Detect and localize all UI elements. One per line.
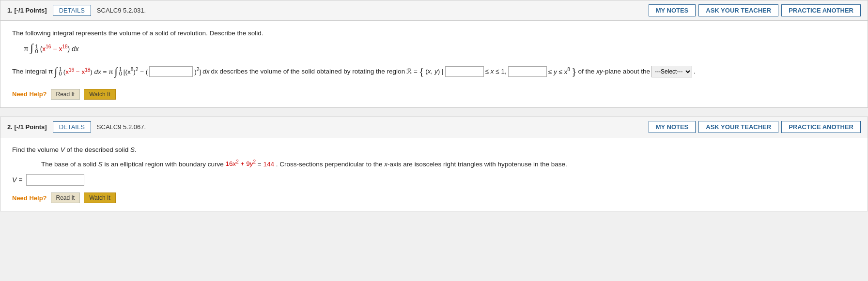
problem-2-details-button[interactable]: DETAILS — [53, 121, 91, 133]
integral-limits-1: 10 — [35, 45, 40, 53]
y-bounds-text: ≤ y ≤ x8 — [548, 65, 570, 78]
limits-2: 10 — [59, 64, 62, 79]
problem-1-actions: MY NOTES ASK YOUR TEACHER PRACTICE ANOTH… — [649, 4, 861, 16]
integral-line: The integral π ∫ 10 (x16 − x18) dx = π ∫… — [12, 61, 856, 82]
integral-symbol-3: ∫ — [115, 66, 118, 77]
equation-part: 16x2 + 9y2 — [225, 160, 256, 167]
problem-2-code: SCALC9 5.2.067. — [97, 123, 146, 131]
integral-text-prefix: The integral π — [12, 65, 53, 78]
watch-it-button-2[interactable]: Watch It — [84, 192, 116, 203]
integral-symbol-1: ∫ — [31, 42, 33, 54]
problem-1-statement: The following integral represents the vo… — [12, 30, 856, 37]
period-1: . — [694, 65, 696, 78]
bracket-close: )2] — [194, 65, 201, 78]
need-help-label-2: Need Help? — [12, 194, 47, 202]
xy-region: (x, y) | — [425, 65, 443, 78]
pi-symbol: π — [24, 45, 29, 53]
ask-teacher-button-2[interactable]: ASK YOUR TEACHER — [698, 121, 778, 133]
problem-2-description: The base of a solid S is an elliptical r… — [41, 159, 856, 168]
dx-label: dx — [202, 65, 209, 78]
problem-1-header: 1. [-/1 Points] DETAILS SCALC9 5.2.031. … — [0, 0, 868, 21]
input-inner-function[interactable] — [149, 66, 193, 77]
x-bounds-text: ≤ x ≤ 1, — [485, 65, 507, 78]
limits-3: 10 — [119, 64, 122, 79]
equation-value: 144 — [263, 160, 274, 167]
problem-2-actions: MY NOTES ASK YOUR TEACHER PRACTICE ANOTH… — [649, 121, 861, 133]
description-rest: . Cross-sections perpendicular to the x-… — [276, 160, 567, 167]
problem-1-section: 1. [-/1 Points] DETAILS SCALC9 5.2.031. … — [0, 0, 868, 108]
region-symbol: ℛ = — [406, 65, 418, 78]
problem-2-statement: Find the volume V of the described solid… — [12, 146, 856, 153]
problem-2-points: 2. [-/1 Points] — [7, 123, 47, 131]
problem-2-need-help: Need Help? Read It Watch It — [12, 192, 856, 203]
problem-2-section: 2. [-/1 Points] DETAILS SCALC9 5.2.067. … — [0, 117, 868, 212]
problem-2-body: Find the volume V of the described solid… — [0, 137, 868, 211]
v-input[interactable] — [26, 174, 84, 186]
practice-another-button-1[interactable]: PRACTICE ANOTHER — [781, 4, 861, 16]
my-notes-button-1[interactable]: MY NOTES — [649, 4, 696, 16]
v-equals-row: V = — [12, 174, 856, 186]
problem-1-need-help: Need Help? Read It Watch It — [12, 89, 856, 100]
problem-1-body: The following integral represents the vo… — [0, 21, 868, 107]
curly-open: { — [419, 61, 424, 82]
v-label: V = — [12, 176, 22, 184]
of-xy-text: of the xy-plane about the — [578, 65, 650, 78]
watch-it-button-1[interactable]: Watch It — [84, 89, 116, 100]
read-it-button-2[interactable]: Read It — [51, 192, 80, 203]
problem-1-points: 1. [-/1 Points] — [7, 7, 47, 14]
problem-1-details-button[interactable]: DETAILS — [53, 5, 91, 16]
read-it-button-1[interactable]: Read It — [51, 89, 80, 100]
integral-symbol-2: ∫ — [54, 66, 57, 77]
describes-text: dx describes the volume of the solid obt… — [211, 65, 405, 78]
equals-sign: = — [258, 160, 264, 167]
input-y-lower[interactable] — [508, 66, 547, 77]
axis-select[interactable]: ---Select--- x-axis y-axis — [651, 66, 692, 77]
curly-close: } — [572, 61, 577, 82]
practice-another-button-2[interactable]: PRACTICE ANOTHER — [781, 121, 861, 133]
integral-display: π ∫ 10 (x16 − x18) dx — [24, 43, 856, 54]
integrand-1: (x16 − x18) dx — [40, 45, 79, 53]
ask-teacher-button-1[interactable]: ASK YOUR TEACHER — [698, 4, 778, 16]
bracket-open: [(x8)2 − ( — [124, 65, 148, 78]
input-x-lower[interactable] — [445, 66, 484, 77]
problem-1-code: SCALC9 5.2.031. — [97, 7, 146, 14]
problem-2-header: 2. [-/1 Points] DETAILS SCALC9 5.2.067. … — [0, 117, 868, 137]
my-notes-button-2[interactable]: MY NOTES — [649, 121, 696, 133]
need-help-label-1: Need Help? — [12, 90, 47, 98]
integrand-red: (x16 − x18) dx = π — [63, 65, 113, 78]
